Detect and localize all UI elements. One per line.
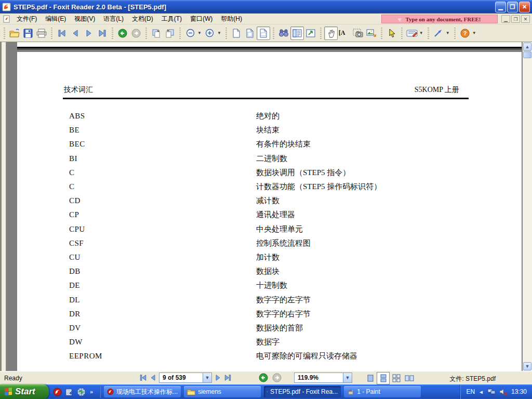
find-button[interactable] [277, 26, 290, 40]
cursor-tool-button[interactable] [385, 26, 398, 40]
vertical-scrollbar[interactable]: ▲ ▼ [522, 42, 532, 371]
prev-view-doc-button[interactable] [163, 26, 177, 40]
scroll-up-button[interactable]: ▲ [523, 43, 531, 51]
close-button[interactable]: ✕ [519, 2, 530, 12]
foxit-document-icon [267, 388, 268, 395]
volume-muted-icon[interactable] [499, 388, 508, 395]
last-page-icon[interactable] [224, 374, 232, 381]
help-button[interactable]: ? [458, 26, 472, 40]
glossary-row: DR 数字字的右字节 [69, 307, 480, 321]
prev-page-icon[interactable] [149, 374, 157, 381]
select-text-button[interactable]: [A⃒ [338, 26, 351, 40]
first-page-icon[interactable] [139, 374, 147, 381]
arrow-tool-dropdown[interactable]: ▼ [445, 31, 451, 35]
menu-item[interactable]: 工具(T) [157, 14, 186, 24]
navigation-panel-icon [292, 29, 302, 37]
navigation-panel-button[interactable] [290, 26, 304, 40]
continuous-facing-layout-button[interactable] [390, 372, 403, 384]
zoom-in-button[interactable] [203, 26, 217, 40]
glossary-definition: 数据字 [256, 337, 280, 347]
page-number-combo[interactable]: 9 of 539 ▼ [159, 373, 212, 383]
task-button-1[interactable]: 现场电工技术操作标... [104, 386, 181, 397]
quick-launch-overflow-chevron[interactable]: » [89, 389, 94, 395]
next-page-button[interactable] [82, 26, 96, 40]
header-rule [63, 98, 469, 99]
start-button[interactable]: Start [0, 384, 49, 399]
task-button-3[interactable]: STEP5.pdf - Foxit Rea... [264, 386, 341, 397]
mdi-restore-button[interactable]: ❐ [511, 15, 520, 23]
mdi-minimize-button[interactable]: ▁ [501, 15, 510, 23]
save-button[interactable] [21, 26, 35, 40]
glossary-term: EEPROM [69, 352, 256, 361]
hand-tool-button[interactable] [324, 26, 338, 40]
image-tool-button[interactable] [365, 26, 378, 40]
fit-width-button[interactable] [257, 26, 270, 40]
help-icon: ? [460, 29, 470, 38]
help-dropdown[interactable]: ▼ [472, 31, 478, 35]
prev-page-button[interactable] [69, 26, 82, 40]
first-page-button[interactable] [55, 26, 69, 40]
language-indicator[interactable]: EN [466, 388, 475, 395]
fit-page-button[interactable] [243, 26, 257, 40]
zoom-combo[interactable]: 119.9% ▼ [294, 373, 352, 383]
glossary-definition: 数字字的右字节 [256, 309, 311, 319]
promo-text: Type on any document, FREE! [406, 16, 481, 22]
menu-item[interactable]: 编辑(E) [41, 14, 70, 24]
foxit-icon[interactable] [53, 388, 62, 396]
scroll-down-button[interactable]: ▼ [523, 362, 531, 370]
actual-size-button[interactable] [230, 26, 243, 40]
next-view-doc-button[interactable] [150, 26, 163, 40]
next-page-icon[interactable] [214, 374, 222, 381]
last-page-button[interactable] [96, 26, 109, 40]
globe-icon[interactable] [77, 388, 86, 396]
full-screen-button[interactable] [304, 26, 317, 40]
scrollbar-thumb[interactable] [523, 51, 531, 58]
mdi-close-button[interactable]: ✕ [521, 15, 530, 23]
snapshot-button[interactable] [351, 26, 365, 40]
glossary-definition: 数字字的左字节 [256, 295, 311, 305]
zoom-out-dropdown[interactable]: ▼ [197, 31, 203, 35]
facing-layout-button[interactable] [403, 372, 416, 384]
continuous-layout-button[interactable] [377, 372, 390, 384]
tray-collapse-icon[interactable]: ◄ [478, 389, 484, 395]
back-view-button[interactable] [116, 26, 129, 40]
zoom-value: 119.9% [295, 374, 322, 381]
task-button-2[interactable]: siemens [184, 386, 261, 397]
typewriter-button[interactable] [405, 26, 419, 40]
print-button[interactable] [35, 26, 48, 40]
minimize-button[interactable]: ▁ [495, 2, 506, 12]
single-page-layout-button[interactable] [364, 372, 377, 384]
forward-view-button[interactable] [129, 26, 143, 40]
document-edit-icon[interactable] [65, 388, 74, 396]
back-view-icon[interactable] [259, 373, 268, 382]
page-combo-dropdown-icon[interactable]: ▼ [203, 373, 211, 382]
menu-item[interactable]: 帮助(H) [217, 14, 246, 24]
typewriter-dropdown[interactable]: ▼ [419, 31, 425, 35]
foxit-app-icon [2, 3, 11, 11]
restore-button[interactable]: ❐ [507, 2, 518, 12]
navigation-pane-collapsed[interactable] [2, 42, 6, 371]
menu-item[interactable]: 语言(L) [99, 14, 128, 24]
menu-item[interactable]: 文件(F) [12, 14, 41, 24]
zoom-out-button[interactable] [183, 26, 197, 40]
zoom-in-dropdown[interactable]: ▼ [217, 31, 223, 35]
toolbar-grip [320, 28, 322, 39]
promo-banner[interactable]: Type on any document, FREE! [381, 15, 498, 23]
forward-view-icon[interactable] [272, 373, 282, 382]
glossary-row: CPU 中央处理单元 [69, 222, 480, 236]
menu-item[interactable]: 文档(D) [128, 14, 157, 24]
status-bar: Ready 9 of 539 ▼ 119.9% ▼ 文件: STEP5.pdf [0, 371, 532, 384]
prev-view-doc-icon [165, 29, 175, 38]
open-button[interactable] [8, 26, 21, 40]
task-button-4[interactable]: 1 - Paint [344, 386, 421, 397]
glossary-row: CSF 控制系统流程图 [69, 236, 480, 250]
network-icon[interactable] [487, 388, 496, 395]
full-screen-icon [306, 29, 315, 37]
menu-item[interactable]: 窗口(W) [186, 14, 217, 24]
arrow-tool-button[interactable] [432, 26, 445, 40]
menu-item[interactable]: 视图(V) [70, 14, 99, 24]
zoom-combo-dropdown-icon[interactable]: ▼ [343, 373, 352, 382]
glossary-row: CD 减计数 [69, 194, 480, 208]
clock[interactable]: 13:30 [511, 388, 527, 395]
toolbar-grip [51, 28, 52, 39]
